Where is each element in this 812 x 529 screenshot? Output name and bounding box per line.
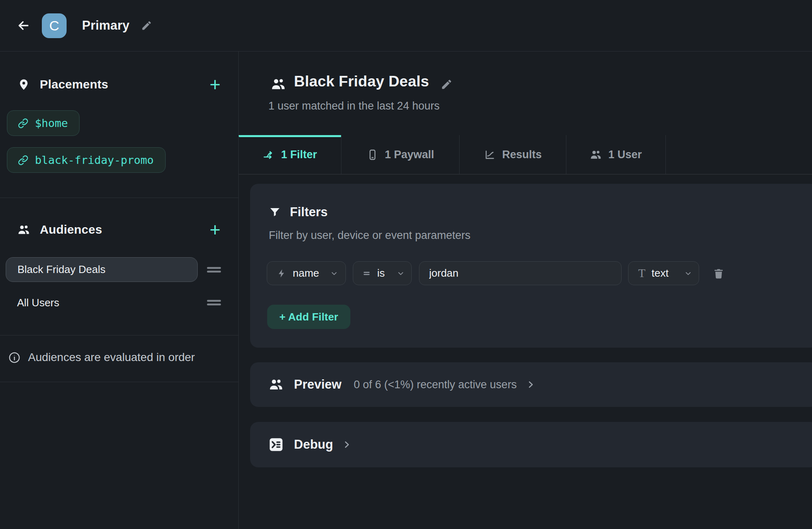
map-pin-icon bbox=[17, 78, 30, 91]
tab-results[interactable]: Results bbox=[460, 135, 566, 174]
audiences-order-note: Audiences are evaluated in order bbox=[8, 347, 230, 368]
audience-item-all-users[interactable]: All Users bbox=[6, 292, 198, 313]
tab-label: Results bbox=[502, 148, 542, 161]
drag-handle-icon[interactable] bbox=[207, 264, 221, 275]
funnel-icon bbox=[269, 206, 281, 218]
filter-value-input[interactable] bbox=[419, 261, 622, 285]
equals-icon bbox=[362, 269, 371, 278]
placement-pill-home[interactable]: $home bbox=[7, 110, 80, 136]
app-root: C Primary Placements + $home black-frida… bbox=[0, 0, 812, 529]
property-value: name bbox=[293, 267, 319, 280]
sidebar-divider bbox=[0, 382, 238, 382]
filters-title: Filters bbox=[290, 205, 328, 219]
filters-description: Filter by user, device or event paramete… bbox=[269, 229, 471, 242]
tab-filter[interactable]: 1 Filter bbox=[239, 135, 341, 174]
audience-label: All Users bbox=[17, 297, 59, 309]
audience-label: Black Friday Deals bbox=[17, 263, 106, 276]
split-arrows-icon bbox=[263, 149, 274, 161]
trash-icon bbox=[713, 267, 726, 280]
chevron-down-icon bbox=[397, 269, 405, 277]
edit-title-pencil-icon[interactable] bbox=[141, 20, 152, 31]
filters-card: Filters Filter by user, device or event … bbox=[250, 184, 812, 348]
back-arrow-icon[interactable] bbox=[16, 18, 31, 33]
operator-dropdown[interactable]: is bbox=[353, 261, 412, 285]
property-dropdown[interactable]: name bbox=[267, 261, 346, 285]
note-text: Audiences are evaluated in order bbox=[28, 351, 195, 364]
edit-audience-pencil-icon[interactable] bbox=[441, 78, 453, 90]
avatar-letter: C bbox=[49, 18, 59, 34]
info-icon bbox=[8, 351, 21, 364]
placements-section-header: Placements + bbox=[17, 74, 221, 95]
delete-filter-button[interactable] bbox=[713, 267, 726, 280]
text-type-icon: T bbox=[638, 267, 646, 279]
sidebar: Placements + $home black-friday-promo Au… bbox=[0, 52, 239, 529]
lightning-bolt-icon bbox=[277, 269, 287, 278]
chevron-down-icon bbox=[684, 269, 692, 277]
preview-title: Preview bbox=[294, 377, 341, 392]
chevron-right-icon bbox=[526, 380, 536, 389]
filter-row: name is T text bbox=[267, 261, 726, 285]
tab-label: 1 User bbox=[608, 148, 642, 161]
preview-card[interactable]: Preview 0 of 6 (<1%) recently active use… bbox=[250, 362, 812, 407]
placement-label: $home bbox=[35, 117, 68, 129]
tab-paywall[interactable]: 1 Paywall bbox=[341, 135, 460, 174]
main-content: Black Friday Deals 1 user matched in the… bbox=[239, 52, 812, 529]
preview-summary: 0 of 6 (<1%) recently active users bbox=[354, 378, 516, 391]
users-icon bbox=[17, 224, 30, 236]
smartphone-icon bbox=[367, 149, 378, 161]
avatar[interactable]: C bbox=[42, 13, 67, 38]
tab-user[interactable]: 1 User bbox=[566, 135, 666, 174]
debug-title: Debug bbox=[294, 437, 333, 452]
placements-title: Placements bbox=[40, 77, 108, 91]
drag-handle-icon[interactable] bbox=[207, 297, 221, 308]
audience-title: Black Friday Deals bbox=[294, 73, 429, 90]
sidebar-divider bbox=[0, 335, 238, 335]
add-placement-button[interactable]: + bbox=[209, 75, 221, 94]
users-icon bbox=[269, 377, 283, 392]
terminal-icon bbox=[269, 437, 283, 452]
add-filter-button[interactable]: + Add Filter bbox=[267, 305, 350, 329]
placement-pill-black-friday-promo[interactable]: black-friday-promo bbox=[7, 147, 166, 173]
type-dropdown[interactable]: T text bbox=[628, 261, 699, 285]
operator-value: is bbox=[377, 267, 385, 280]
audience-row: All Users bbox=[6, 292, 221, 313]
users-icon bbox=[590, 149, 602, 161]
top-bar: C Primary bbox=[0, 0, 812, 52]
placement-label: black-friday-promo bbox=[35, 154, 154, 166]
link-icon bbox=[18, 118, 28, 129]
sidebar-divider bbox=[0, 198, 238, 198]
tab-label: 1 Filter bbox=[281, 148, 317, 161]
add-audience-button[interactable]: + bbox=[209, 220, 221, 239]
audience-item-black-friday-deals[interactable]: Black Friday Deals bbox=[6, 257, 198, 282]
filters-header: Filters bbox=[269, 205, 328, 219]
link-icon bbox=[18, 155, 28, 166]
page-title: Primary bbox=[82, 18, 130, 33]
debug-card[interactable]: Debug bbox=[250, 422, 812, 467]
chevron-right-icon bbox=[342, 440, 352, 449]
users-icon bbox=[271, 77, 286, 92]
audience-row: Black Friday Deals bbox=[6, 257, 221, 282]
match-summary: 1 user matched in the last 24 hours bbox=[268, 100, 440, 112]
chevron-down-icon bbox=[330, 269, 338, 277]
tab-label: 1 Paywall bbox=[385, 148, 434, 161]
line-chart-icon bbox=[484, 149, 496, 161]
audiences-section-header: Audiences + bbox=[17, 219, 221, 240]
audiences-title: Audiences bbox=[40, 223, 102, 237]
tab-bar: 1 Filter 1 Paywall Results 1 User bbox=[239, 135, 812, 174]
type-value: text bbox=[652, 267, 669, 280]
